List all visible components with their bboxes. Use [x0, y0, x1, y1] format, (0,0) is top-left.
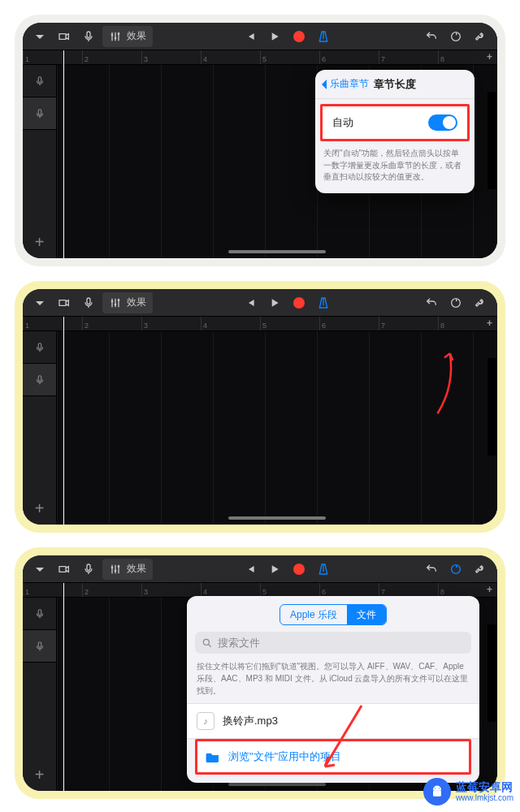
loop-browser-button[interactable] [445, 292, 466, 313]
record-button[interactable] [288, 559, 310, 580]
undo-icon [425, 296, 438, 309]
track-area[interactable] [57, 331, 497, 525]
mic-button[interactable] [78, 559, 99, 580]
play-button[interactable] [264, 26, 285, 47]
wrench-icon [474, 563, 487, 576]
record-icon [293, 564, 305, 575]
fx-button[interactable]: 效果 [102, 559, 153, 580]
metronome-button[interactable] [313, 292, 334, 313]
loop-browser-button[interactable] [445, 559, 466, 580]
ruler-add-section[interactable]: + [487, 51, 492, 63]
ruler-add-section[interactable]: + [487, 584, 492, 595]
popover-title: 章节长度 [374, 77, 416, 92]
svg-point-8 [111, 566, 114, 568]
popover-back-button[interactable]: 乐曲章节 [320, 70, 369, 98]
file-row[interactable]: ♪ 换铃声.mp3 [187, 703, 479, 739]
playhead[interactable] [63, 317, 64, 525]
record-button[interactable] [288, 26, 310, 47]
playhead[interactable] [63, 50, 64, 258]
track-header[interactable] [23, 630, 56, 663]
ruler-tick: 3 [141, 583, 201, 597]
sliders-icon [109, 30, 122, 43]
fx-label: 效果 [127, 562, 146, 576]
ruler-tick: 1 [23, 583, 82, 597]
dropdown-button[interactable] [29, 26, 50, 47]
chevron-down-icon [33, 296, 46, 309]
step-1-frame: 效果 [15, 15, 505, 266]
undo-button[interactable] [421, 559, 442, 580]
microphone-icon [34, 342, 46, 353]
playhead[interactable] [63, 583, 64, 791]
mic-button[interactable] [78, 292, 99, 313]
home-indicator [228, 516, 326, 520]
camera-button[interactable] [54, 26, 75, 47]
add-track-button[interactable]: + [23, 492, 56, 525]
microphone-icon [34, 374, 46, 386]
svg-point-9 [115, 569, 117, 572]
record-button[interactable] [288, 292, 310, 313]
segment-files[interactable]: 文件 [347, 605, 386, 624]
sliders-icon [109, 563, 122, 576]
rewind-button[interactable] [240, 559, 261, 580]
timeline-ruler[interactable]: 1 2 3 4 5 6 7 8 + [23, 50, 497, 65]
track-header[interactable] [23, 97, 56, 130]
ruler-tick: 6 [319, 317, 379, 330]
step-2-frame: 效果 1 2 3 4 5 6 7 [15, 281, 505, 533]
segment-apple-loops[interactable]: Apple 乐段 [280, 605, 347, 624]
loop-browser-button[interactable] [445, 26, 466, 47]
undo-button[interactable] [421, 292, 442, 313]
play-button[interactable] [264, 292, 285, 313]
loop-icon [449, 30, 462, 43]
toolbar: 效果 [23, 289, 497, 317]
settings-button[interactable] [470, 292, 491, 313]
highlight-box: 自动 [320, 104, 470, 141]
ruler-add-section[interactable]: + [487, 317, 492, 329]
watermark-url: www.lmkjst.com [456, 793, 514, 803]
ruler-tick: 4 [201, 317, 260, 330]
mic-button[interactable] [78, 26, 99, 47]
watermark-name: 蓝莓安卓网 [456, 780, 514, 793]
step-3-frame: 效果 1 2 3 4 5 6 7 [15, 547, 505, 799]
track-header[interactable] [23, 65, 56, 97]
ruler-tick: 5 [260, 317, 319, 330]
svg-point-4 [111, 300, 114, 302]
chevron-down-icon [33, 30, 46, 43]
camera-icon [58, 30, 71, 43]
settings-button[interactable] [470, 559, 491, 580]
source-segment: Apple 乐段 文件 [280, 604, 387, 625]
timeline-ruler[interactable]: 1 2 3 4 5 6 7 8 + [23, 317, 497, 331]
rewind-button[interactable] [240, 292, 261, 313]
dropdown-button[interactable] [29, 559, 50, 580]
ruler-tick: 3 [141, 50, 201, 64]
fx-button[interactable]: 效果 [102, 292, 153, 313]
svg-point-1 [115, 37, 117, 39]
chevron-left-icon [320, 79, 328, 90]
camera-icon [58, 296, 71, 309]
dropdown-button[interactable] [29, 292, 50, 313]
add-track-button[interactable]: + [23, 226, 56, 258]
search-icon [202, 637, 213, 649]
metronome-icon [317, 563, 330, 576]
rewind-button[interactable] [240, 26, 261, 47]
fx-button[interactable]: 效果 [102, 26, 153, 47]
search-field[interactable]: 搜索文件 [195, 632, 471, 654]
metronome-button[interactable] [313, 559, 334, 580]
android-icon [429, 784, 445, 800]
toolbar: 效果 [23, 23, 497, 50]
camera-button[interactable] [54, 292, 75, 313]
track-header[interactable] [23, 598, 56, 630]
undo-button[interactable] [421, 26, 442, 47]
metronome-button[interactable] [313, 26, 334, 47]
loop-icon [449, 296, 462, 309]
auto-toggle[interactable] [428, 114, 457, 131]
camera-button[interactable] [54, 559, 75, 580]
back-label: 乐曲章节 [330, 77, 369, 91]
add-track-button[interactable]: + [23, 758, 56, 791]
play-button[interactable] [264, 559, 285, 580]
microphone-icon [34, 641, 46, 652]
track-header[interactable] [23, 364, 56, 396]
browse-files-button[interactable]: 浏览"文件"应用中的项目 [195, 739, 471, 775]
track-header[interactable] [23, 331, 56, 364]
garageband-screen: 效果 1 2 3 4 5 6 7 [23, 555, 497, 791]
settings-button[interactable] [470, 26, 491, 47]
